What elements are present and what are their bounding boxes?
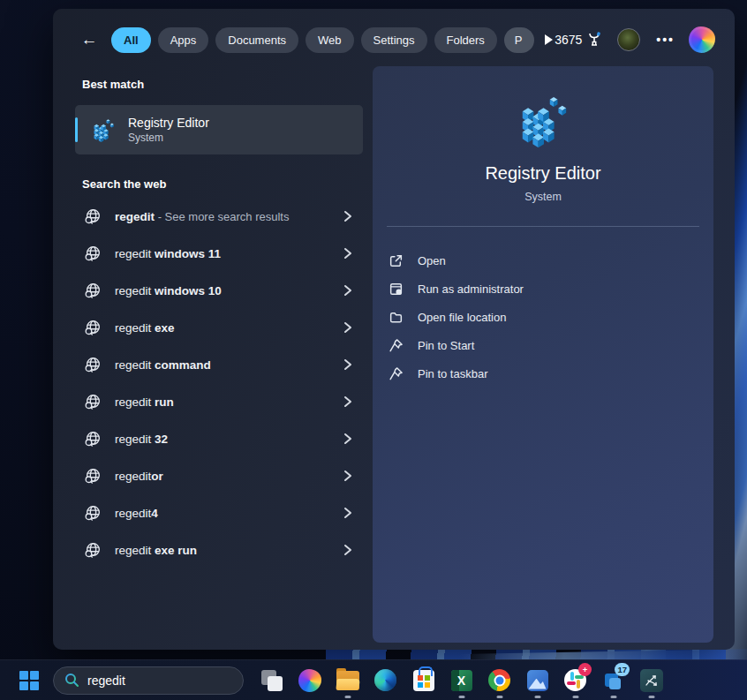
preview-title: Registry Editor	[485, 163, 600, 184]
tab-p[interactable]: P	[504, 27, 534, 53]
tab-folders[interactable]: Folders	[434, 27, 497, 53]
play-icon[interactable]	[545, 34, 553, 45]
web-suggestion-row[interactable]: regedit exe run	[75, 531, 363, 568]
ellipsis-icon[interactable]: •••	[656, 33, 675, 47]
suggestion-text-part: command	[155, 358, 211, 372]
action-pin-to-taskbar[interactable]: Pin to taskbar	[389, 359, 713, 388]
taskbar-file-explorer-icon[interactable]	[328, 661, 366, 700]
tab-apps[interactable]: Apps	[158, 27, 209, 53]
suggestion-text-part: or	[151, 470, 163, 483]
taskbar-search-box[interactable]	[53, 666, 244, 695]
taskbar: X+17	[0, 659, 747, 700]
web-suggestion-row[interactable]: regedit exe	[75, 309, 363, 346]
pin-icon	[389, 338, 404, 353]
copilot-icon[interactable]	[689, 26, 715, 53]
web-suggestion-row[interactable]: regedit run	[75, 383, 363, 420]
notification-badge: 17	[615, 663, 630, 676]
preview-actions-list: OpenRun as administratorOpen file locati…	[389, 246, 713, 388]
taskbar-search-input[interactable]	[87, 674, 220, 688]
suggestion-text-part: 32	[155, 433, 168, 446]
suggestion-text-part: regedit	[115, 507, 151, 520]
action-label: Run as administrator	[418, 282, 524, 296]
search-the-web-heading: Search the web	[82, 177, 363, 191]
tab-label: Settings	[374, 34, 415, 47]
action-open[interactable]: Open	[389, 246, 713, 275]
taskbar-app-icons: X+17	[253, 661, 670, 700]
search-icon	[64, 673, 79, 688]
web-search-globe-icon	[84, 356, 102, 374]
registry-editor-icon	[516, 93, 570, 147]
tab-web[interactable]: Web	[306, 27, 354, 53]
open-external-icon	[389, 253, 404, 268]
tab-label: P	[515, 34, 523, 47]
suggestion-text-part: exe run	[155, 544, 197, 557]
running-indicator	[572, 696, 578, 698]
suggestion-text-part: 4	[151, 507, 158, 520]
best-match-title: Registry Editor	[128, 116, 209, 130]
web-suggestion-row[interactable]: regedit - See more search results	[75, 198, 363, 235]
chevron-right-icon	[343, 210, 352, 222]
web-suggestion-row[interactable]: regedit windows 11	[75, 235, 363, 272]
taskbar-slack-icon[interactable]: +	[556, 661, 594, 700]
web-suggestion-row[interactable]: regedit 32	[75, 420, 363, 457]
web-suggestion-row[interactable]: regedit windows 10	[75, 272, 363, 309]
taskbar-graphics-app-icon[interactable]	[632, 661, 670, 700]
user-avatar[interactable]	[617, 28, 640, 51]
web-suggestion-row[interactable]: regedit command	[75, 346, 363, 383]
chevron-right-icon	[343, 395, 352, 408]
web-suggestion-label: regedit 32	[115, 433, 168, 446]
web-suggestion-label: regeditor	[115, 470, 163, 483]
taskbar-copilot-icon[interactable]	[290, 661, 328, 700]
web-search-globe-icon	[84, 504, 102, 523]
chevron-right-icon	[343, 358, 352, 371]
web-search-globe-icon	[84, 319, 102, 337]
action-pin-to-start[interactable]: Pin to Start	[389, 331, 713, 359]
chevron-right-icon	[343, 544, 352, 556]
action-label: Open	[418, 254, 446, 267]
action-run-as-administrator[interactable]: Run as administrator	[389, 275, 713, 303]
web-search-globe-icon	[84, 207, 102, 226]
tab-label: Documents	[228, 34, 286, 47]
taskbar-photos-icon[interactable]	[518, 661, 556, 700]
registry-editor-icon	[91, 117, 116, 142]
taskbar-mail-icon[interactable]: 17	[594, 661, 632, 700]
rewards-counter[interactable]: 3675	[555, 32, 601, 48]
folder-icon	[389, 310, 404, 325]
web-suggestions-list: regedit - See more search resultsregedit…	[75, 198, 363, 568]
tab-all[interactable]: All	[111, 27, 151, 53]
taskbar-chrome-icon[interactable]	[480, 661, 518, 700]
suggestion-text-part: regedit	[115, 395, 155, 409]
taskbar-excel-icon[interactable]: X	[442, 661, 480, 700]
best-match-result[interactable]: Registry Editor System	[75, 105, 363, 154]
web-suggestion-row[interactable]: regeditor	[75, 457, 363, 494]
chevron-right-icon	[343, 321, 352, 334]
run-admin-icon	[389, 282, 404, 297]
action-open-file-location[interactable]: Open file location	[389, 303, 713, 331]
web-suggestion-label: regedit command	[115, 358, 211, 372]
taskbar-task-view-icon[interactable]	[253, 661, 290, 700]
suggestion-text-part: regedit	[115, 358, 155, 372]
web-suggestion-label: regedit exe	[115, 321, 175, 335]
suggestion-text-part: windows 10	[155, 284, 222, 297]
suggestion-text-part: regedit	[115, 470, 151, 483]
back-arrow-icon[interactable]: ←	[78, 28, 101, 51]
action-label: Pin to taskbar	[418, 367, 488, 380]
chevron-right-icon	[343, 247, 352, 260]
start-button[interactable]	[12, 664, 46, 697]
chevron-right-icon	[343, 470, 352, 482]
search-results-column: Best match Registry Editor System Search…	[75, 71, 363, 650]
pin-icon	[389, 366, 404, 381]
chevron-right-icon	[343, 284, 352, 297]
tab-documents[interactable]: Documents	[215, 27, 298, 53]
suggestion-text-part: regedit	[115, 433, 155, 446]
suggestion-text-part: regedit	[115, 210, 155, 223]
taskbar-edge-icon[interactable]	[366, 661, 404, 700]
rewards-points: 3675	[555, 33, 582, 47]
running-indicator	[610, 696, 616, 698]
tab-label: Folders	[447, 34, 485, 47]
web-suggestion-label: regedit exe run	[115, 544, 197, 557]
taskbar-microsoft-store-icon[interactable]	[404, 661, 442, 700]
web-suggestion-row[interactable]: regedit4	[75, 494, 363, 531]
chevron-right-icon	[343, 507, 352, 519]
tab-settings[interactable]: Settings	[361, 27, 427, 53]
